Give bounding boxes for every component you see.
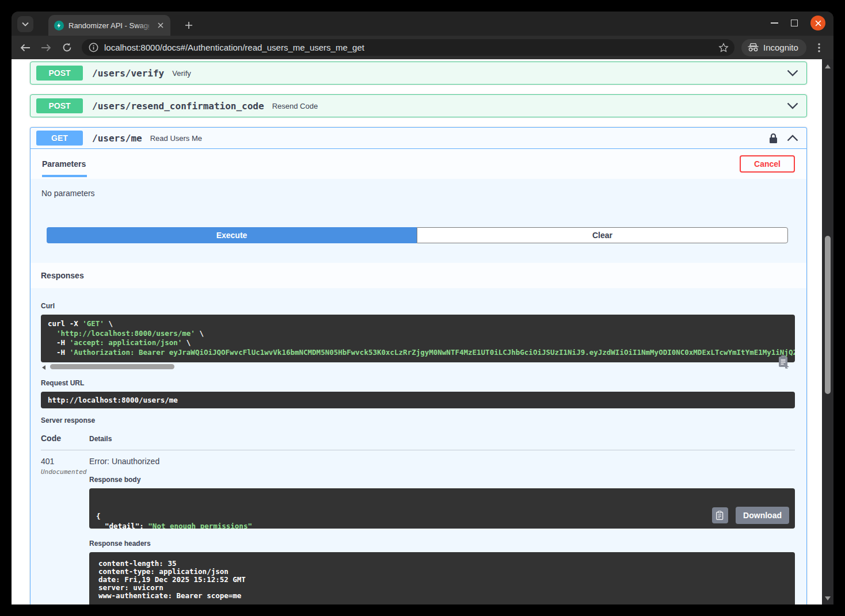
kebab-menu-icon	[818, 43, 820, 52]
browser-menu-button[interactable]	[811, 40, 827, 56]
reload-button[interactable]	[56, 37, 77, 58]
curl-command[interactable]: curl -X 'GET' \ 'http://localhost:8000/u…	[41, 315, 795, 362]
plus-icon	[185, 21, 193, 29]
fastapi-favicon-icon	[54, 21, 64, 30]
curl-scrollbar-thumb[interactable]	[50, 364, 174, 369]
back-arrow-icon	[20, 44, 31, 52]
op-summary-text: Read Users Me	[150, 134, 202, 143]
copy-response-button[interactable]	[712, 507, 728, 523]
url-text[interactable]: localhost:8000/docs#/Authentication/read…	[104, 43, 718, 52]
chevron-down-icon[interactable]	[787, 102, 798, 109]
lock-icon[interactable]	[769, 133, 778, 144]
chevron-down-icon[interactable]	[787, 70, 798, 76]
chevron-up-icon[interactable]	[787, 135, 798, 141]
scrollbar-down-arrow-icon[interactable]	[825, 596, 831, 600]
scrollbar-thumb[interactable]	[825, 236, 831, 394]
window-controls	[771, 16, 825, 30]
curl-horizontal-scrollbar[interactable]	[41, 363, 795, 372]
op-summary-text: Resend Code	[272, 102, 318, 110]
page-scrollbar[interactable]	[822, 59, 833, 604]
tab-strip: Randomizer API - Swagg	[12, 12, 833, 36]
curl-label: Curl	[41, 302, 795, 310]
response-table-header: Code Details	[41, 434, 795, 450]
minimize-button[interactable]	[771, 22, 778, 24]
method-badge-post: POST	[36, 98, 83, 113]
forward-button[interactable]	[36, 37, 56, 58]
cancel-button[interactable]: Cancel	[740, 155, 795, 173]
forward-arrow-icon	[41, 44, 51, 52]
undocumented-label: Undocumented	[41, 468, 89, 476]
close-x-icon	[815, 20, 821, 26]
clear-button[interactable]: Clear	[417, 227, 788, 243]
opblock-summary[interactable]: GET /users/me Read Users Me	[31, 128, 806, 149]
back-button[interactable]	[15, 37, 36, 58]
server-response-row: 401 Undocumented Error: Unauthorized Res…	[41, 457, 795, 604]
site-info-icon[interactable]	[89, 43, 98, 52]
responses-title: Responses	[41, 271, 84, 280]
opblock-summary[interactable]: POST /users/verify Verify	[31, 62, 806, 84]
no-parameters-text: No parameters	[41, 189, 806, 198]
address-bar[interactable]: localhost:8000/docs#/Authentication/read…	[82, 39, 734, 56]
browser-toolbar: localhost:8000/docs#/Authentication/read…	[12, 36, 833, 59]
opblock-get-users-me: GET /users/me Read Users Me Paramete	[30, 127, 807, 604]
op-path: /users/resend_confirmation_code	[92, 101, 264, 112]
method-badge-post: POST	[36, 66, 83, 81]
tab-parameters[interactable]: Parameters	[42, 151, 87, 177]
server-response-label: Server response	[41, 416, 795, 424]
opblock-summary[interactable]: POST /users/resend_confirmation_code Res…	[31, 95, 806, 117]
close-button[interactable]	[810, 16, 825, 30]
opblock-post-resend-confirmation: POST /users/resend_confirmation_code Res…	[30, 94, 807, 117]
maximize-button[interactable]	[791, 20, 798, 26]
reload-icon	[62, 43, 72, 52]
response-body-label: Response body	[89, 476, 795, 484]
opblock-post-users-verify: POST /users/verify Verify	[30, 62, 807, 85]
swagger-page: POST /users/verify Verify POST /users/re…	[12, 59, 833, 604]
incognito-badge: Incognito	[741, 39, 806, 56]
download-button[interactable]: Download	[736, 507, 789, 524]
screen: Randomizer API - Swagg	[0, 0, 845, 616]
parameters-header: Parameters Cancel	[31, 149, 806, 179]
tab-close-icon[interactable]	[155, 20, 166, 30]
execute-button[interactable]: Execute	[47, 227, 417, 243]
request-url-value: http://localhost:8000/users/me	[41, 392, 795, 408]
op-summary-text: Verify	[172, 69, 191, 78]
response-body-json[interactable]: { "detail": "Not enough permissions"}	[96, 512, 795, 529]
execute-row: Execute Clear	[47, 227, 788, 243]
clipboard-copy-icon	[716, 511, 724, 521]
browser-window: Randomizer API - Swagg	[12, 12, 833, 604]
response-body: { "detail": "Not enough permissions"}	[89, 488, 795, 529]
tab-title-fade	[136, 15, 155, 36]
browser-tab[interactable]: Randomizer API - Swagg	[48, 15, 170, 36]
incognito-icon	[748, 43, 759, 52]
code-column-header: Code	[41, 434, 89, 443]
response-headers-label: Response headers	[89, 540, 795, 548]
scrollbar-up-arrow-icon[interactable]	[825, 64, 831, 68]
scroll-left-arrow-icon[interactable]	[42, 365, 45, 370]
op-path: /users/me	[92, 133, 142, 144]
responses-section-header: Responses	[31, 263, 806, 288]
method-badge-get: GET	[36, 131, 83, 146]
error-description: Error: Unauthorized	[89, 457, 795, 466]
incognito-label: Incognito	[763, 43, 798, 52]
op-path: /users/verify	[92, 68, 164, 79]
bookmark-star-icon[interactable]	[718, 43, 729, 53]
response-headers: content-length: 35content-type: applicat…	[89, 552, 795, 604]
new-tab-button[interactable]	[181, 17, 197, 33]
request-url-label: Request URL	[41, 379, 795, 387]
details-column-header: Details	[89, 435, 112, 443]
tab-search-button[interactable]	[17, 16, 33, 32]
chevron-down-icon	[22, 22, 29, 26]
status-code: 401	[41, 457, 89, 466]
